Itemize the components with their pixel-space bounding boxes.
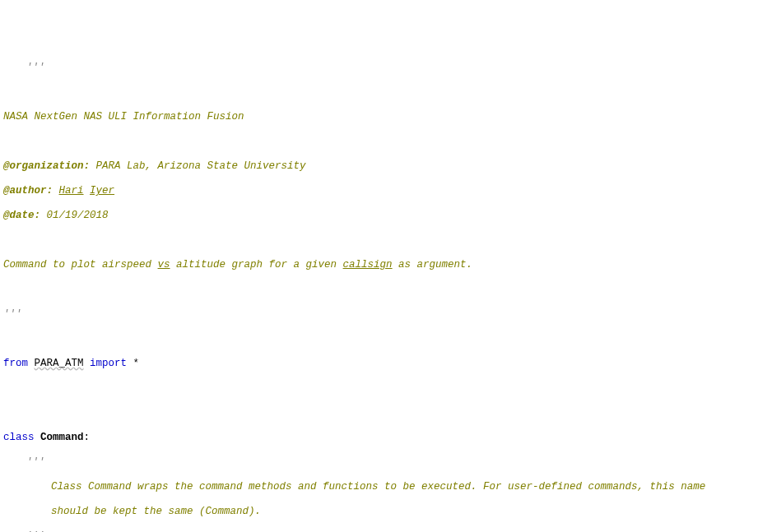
class-doc-open: ''' [3,456,755,469]
title-line: NASA NextGen NAS ULI Information Fusion [3,111,755,123]
blank-line [3,284,755,296]
blank-line [3,234,755,247]
docstring-close: ''' [3,308,755,321]
code-editor[interactable]: ''' NASA NextGen NAS ULI Information Fus… [0,49,758,532]
blank-line [3,407,755,419]
import-line: from PARA_ATM import * [3,358,755,370]
blank-line [3,86,755,99]
blank-line [3,382,755,395]
date-line: @date: 01/19/2018 [3,210,755,222]
class-doc-l1: Class Command wraps the command methods … [3,481,755,493]
desc-line: Command to plot airspeed vs altitude gra… [3,259,755,271]
org-line: @organization: PARA Lab, Arizona State U… [3,160,755,173]
class-line: class Command: [3,432,755,444]
blank-line [3,136,755,148]
author-line: @author: Hari Iyer [3,185,755,197]
blank-line [3,333,755,345]
class-doc-l2: should be kept the same (Command). [3,506,755,518]
docstring-open: ''' [3,62,755,74]
